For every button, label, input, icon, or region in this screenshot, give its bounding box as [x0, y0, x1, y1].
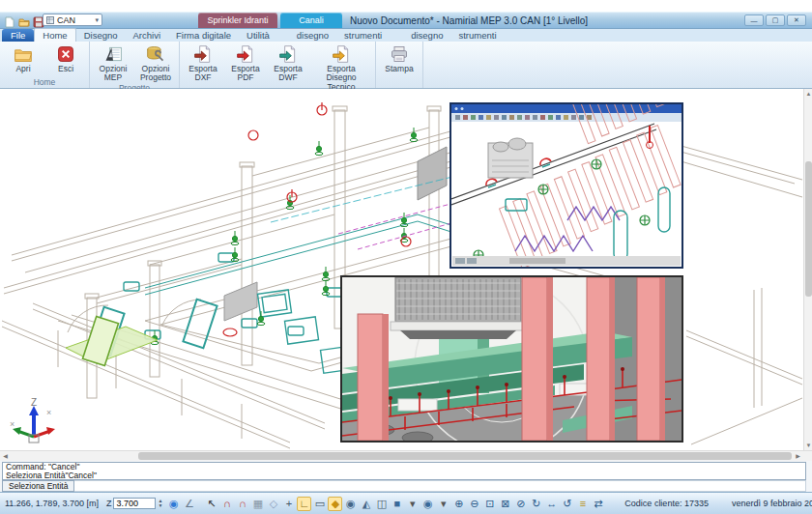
- svg-text:×: ×: [46, 408, 51, 417]
- esporta-dwf-button[interactable]: Esporta DWF: [269, 43, 307, 83]
- zoom-window-icon[interactable]: ⊡: [482, 497, 497, 511]
- tab-file[interactable]: File: [2, 29, 34, 42]
- close-button[interactable]: ✕: [787, 14, 806, 26]
- snap-entity-icon[interactable]: ∩: [219, 497, 234, 511]
- command-input[interactable]: [74, 480, 806, 492]
- esporta-disegno-tecnico-button[interactable]: Esporta Disegno Tecnico: [311, 43, 371, 92]
- regen-icon[interactable]: ↺: [560, 497, 574, 511]
- opzioni-mep-button[interactable]: Opzioni MEP: [94, 43, 132, 83]
- stampa-button[interactable]: Stampa: [380, 43, 419, 73]
- new-document-icon[interactable]: [4, 14, 15, 26]
- viewport-titlebar: [451, 104, 682, 113]
- command-history[interactable]: Command: "Cancel" Seleziona Entità"Cance…: [2, 462, 806, 480]
- block-type-icon: [46, 16, 54, 24]
- magnet-snap-icon[interactable]: ◉: [343, 497, 358, 511]
- maximize-button[interactable]: ▢: [766, 14, 785, 26]
- can-combobox[interactable]: CAN ▾: [43, 14, 102, 26]
- status-date: venerdì 9 febbraio 2018: [724, 499, 812, 508]
- open-folder-icon[interactable]: [18, 14, 30, 26]
- esci-button[interactable]: Esci: [46, 43, 85, 73]
- select-cursor-icon[interactable]: ↖: [204, 497, 218, 511]
- scroll-up-arrow[interactable]: ▲: [804, 89, 812, 99]
- esporta-pdf-button[interactable]: Esporta PDF: [226, 43, 265, 83]
- zoom-out-icon[interactable]: ⊖: [467, 497, 481, 511]
- tab-firma-digitale[interactable]: Firma digitale: [168, 29, 239, 42]
- export-dwf-icon: [278, 44, 298, 64]
- tab-canali-strumenti[interactable]: strumenti: [450, 29, 504, 42]
- sync-icon[interactable]: ⇄: [591, 497, 605, 511]
- zoom-extents-icon[interactable]: ⊠: [498, 497, 512, 511]
- orbit-icon[interactable]: ↻: [529, 497, 543, 511]
- statusbar-tool-icons: ↖∩∩▦◇+∟▭◆◉◭◫■▾◉▾⊕⊖⊡⊠⊘↻↔↺≡⇄: [204, 497, 605, 511]
- layers-icon[interactable]: ≡: [575, 497, 590, 511]
- tab-sprinkler-strumenti[interactable]: strumenti: [336, 29, 390, 42]
- status-bar: 11.266, 1.789, 3.700 [m] Z ▲▼ ◉∠ ↖∩∩▦◇+∟…: [0, 492, 812, 514]
- scroll-down-arrow[interactable]: ▼: [804, 441, 812, 450]
- view-dropdown-icon[interactable]: ▾: [405, 497, 420, 511]
- drawing-canvas[interactable]: Z × ×: [0, 89, 812, 450]
- tab-sprinkler-disegno[interactable]: disegno: [289, 29, 336, 42]
- scroll-right-arrow[interactable]: ▶: [793, 451, 803, 461]
- entity-snap-icon[interactable]: ◆: [328, 497, 342, 511]
- opzioni-progetto-button[interactable]: Opzioni Progetto: [136, 43, 175, 83]
- visibility-dropdown-icon[interactable]: ▾: [436, 497, 450, 511]
- command-history-line: Seleziona Entità"Cancel": [6, 471, 802, 480]
- open-folder-icon: [14, 44, 33, 64]
- render-viewport-window[interactable]: [340, 275, 683, 443]
- detail-viewport-window[interactable]: [450, 102, 683, 269]
- vertical-scroll-thumb[interactable]: [805, 161, 812, 297]
- wireframe-view-icon[interactable]: ◫: [374, 497, 389, 511]
- project-options-icon: [146, 44, 165, 64]
- combo-caret-icon: ▾: [95, 16, 99, 24]
- minimize-button[interactable]: —: [744, 14, 764, 26]
- z-spinner[interactable]: ▲▼: [158, 499, 162, 508]
- z-lock-icon[interactable]: ◉: [166, 497, 181, 511]
- selection-highlight: [66, 316, 158, 365]
- tab-archivi[interactable]: Archivi: [126, 29, 169, 42]
- ucs-axis-indicator: Z × ×: [8, 394, 62, 448]
- detail-equipment: [488, 138, 533, 178]
- vertical-scrollbar[interactable]: ▲ ▼: [803, 89, 812, 450]
- combo-value: CAN: [57, 15, 75, 25]
- grid-toggle-icon[interactable]: ▦: [250, 497, 265, 511]
- detail-viewport-drawing: [451, 104, 682, 267]
- sketch-mode-icon[interactable]: ◭: [359, 497, 373, 511]
- ribbon-group-home: Apri Esci Home: [0, 42, 90, 88]
- ahu-grille: [391, 277, 526, 339]
- esporta-dxf-button[interactable]: Esporta DXF: [184, 43, 222, 83]
- quick-access-toolbar: [4, 14, 44, 26]
- tab-utilita[interactable]: Utilità: [239, 29, 277, 42]
- scroll-left-arrow[interactable]: ◀: [0, 451, 11, 461]
- window-title: Nuovo Documento* - Namirial MEP 3.0 CAN …: [350, 15, 588, 26]
- z-elevation-group: Z ▲▼: [106, 498, 162, 509]
- tab-canali-disegno[interactable]: disegno: [403, 29, 450, 42]
- z-elevation-input[interactable]: [113, 498, 156, 509]
- iso-plane-icon[interactable]: ◇: [266, 497, 280, 511]
- client-code: Codice cliente: 17335: [617, 499, 716, 508]
- shaded-view-icon[interactable]: ■: [390, 497, 404, 511]
- angle-icon[interactable]: ∠: [182, 497, 196, 511]
- ribbon-tab-row: File Home Disegno Archivi Firma digitale…: [0, 29, 812, 42]
- application-window: CAN ▾ Sprinkler Idranti Canali Nuovo Doc…: [0, 0, 812, 514]
- pan-icon[interactable]: ↔: [544, 497, 559, 511]
- snap-polar-icon[interactable]: ∩: [235, 497, 249, 511]
- point-snap-icon[interactable]: +: [281, 497, 296, 511]
- ortho-mode-icon[interactable]: ∟: [297, 497, 311, 511]
- viewport-frame-icon[interactable]: ▭: [312, 497, 327, 511]
- mep-options-icon: [103, 44, 123, 64]
- viewport-scrollbar[interactable]: [452, 256, 681, 266]
- zoom-in-icon[interactable]: ⊕: [451, 497, 466, 511]
- z-label: Z: [106, 499, 112, 508]
- export-dxf-icon: [193, 44, 213, 64]
- render-viewport-drawing: [342, 277, 682, 441]
- exit-icon: [56, 44, 75, 64]
- ribbon-group-stampa: Stampa: [376, 42, 423, 88]
- tab-disegno[interactable]: Disegno: [76, 29, 126, 42]
- export-technical-drawing-icon: [332, 44, 351, 64]
- tab-home[interactable]: Home: [34, 28, 75, 42]
- apri-button[interactable]: Apri: [4, 43, 43, 73]
- horizontal-scrollbar[interactable]: ◀ ▶: [0, 450, 812, 461]
- horizontal-scroll-thumb[interactable]: [138, 452, 792, 460]
- visibility-eye-icon[interactable]: ◉: [420, 497, 435, 511]
- zoom-previous-icon[interactable]: ⊘: [513, 497, 528, 511]
